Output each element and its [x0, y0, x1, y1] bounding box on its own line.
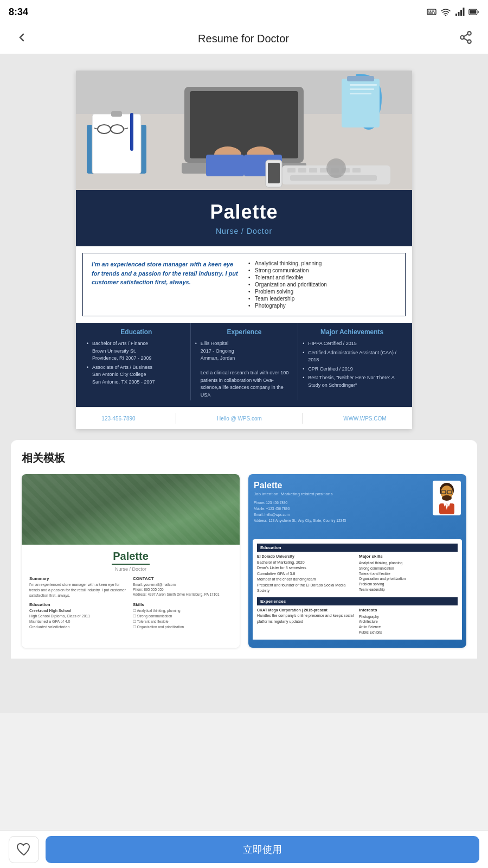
status-icons: [426, 7, 479, 17]
thumb1-edu-1: Maintained a GPA of 4.0: [29, 619, 129, 624]
skill-item: Problem solving: [248, 288, 396, 295]
svg-rect-51: [352, 168, 361, 173]
status-time: 8:34: [9, 7, 28, 18]
top-nav: Resume for Doctor: [0, 24, 488, 54]
share-button[interactable]: [454, 28, 477, 50]
thumb2-address: Address: 123 Anywhere St., Any City, Sta…: [254, 518, 428, 524]
thumb2-mobile: Mobile: +123 456 7890: [254, 506, 428, 512]
thumb1-skill-2: Tolerant and flexible: [137, 620, 169, 623]
thumb2-intent: Job intention: Marketing related positio…: [254, 492, 428, 496]
template-thumb-1[interactable]: Palette Nurse / Doctor Summary I'm an ex…: [22, 474, 240, 648]
svg-rect-1: [428, 11, 429, 12]
svg-rect-29: [130, 113, 133, 151]
skill-item: Team leadership: [248, 295, 396, 302]
svg-rect-8: [455, 14, 457, 16]
contact-phone: 123-456-7890: [101, 416, 135, 422]
signal-icon: [454, 7, 465, 17]
svg-rect-31: [190, 91, 298, 158]
svg-line-17: [464, 38, 467, 40]
thumb2-interest-3: Public Exhibits: [359, 630, 458, 635]
skill-item: Photography: [248, 302, 396, 309]
thumb2-edu-d4: President and founder of the El Dorado S…: [257, 583, 356, 594]
contact-divider-1: [176, 413, 176, 424]
svg-line-18: [464, 34, 467, 36]
experience-content: Ellis Hospital2017 - OngoingAmman, Jorda…: [191, 340, 298, 399]
thumb2-interest-1: Architecture: [359, 619, 458, 624]
svg-point-56: [328, 160, 344, 176]
thumb1-skills-label: Skills: [133, 602, 232, 607]
svg-rect-40: [347, 76, 374, 81]
thumb2-phone: Phone: 123 456 7890: [254, 500, 428, 506]
template-thumb-2[interactable]: Palette Job intention: Marketing related…: [248, 474, 466, 648]
thumb1-contact-label: CONTACT: [133, 576, 232, 581]
thumb1-contact-1: Phom: 895 555 555: [133, 587, 232, 592]
svg-rect-35: [206, 155, 244, 176]
page-title: Resume for Doctor: [198, 33, 289, 45]
achievement-item: Best Thesis, "Neither Here Nor There: A …: [303, 374, 401, 389]
thumb2-avatar: [434, 482, 460, 514]
resume-header-image: [76, 71, 412, 190]
thumb2-interest-0: Photography: [359, 614, 458, 620]
resume-card: Palette Nurse / Doctor I'm an experience…: [76, 71, 412, 429]
thumb2-interests-header: Interests: [359, 608, 458, 612]
thumb2-skill-4: Problem solving: [359, 582, 458, 587]
thumb2-skill-2: Tolerant and flexible: [359, 571, 458, 577]
thumb2-company: CKAT Mega Corporation | 2015-present: [257, 608, 356, 614]
experience-header: Experience: [191, 323, 298, 336]
thumb2-skill-3: Organization and prioritization: [359, 576, 458, 582]
thumb1-summary-label: Summary: [29, 576, 129, 581]
thumb2-skill-1: Strong communication: [359, 566, 458, 571]
svg-rect-22: [92, 114, 141, 174]
thumb2-exp-detail: Handles the company's online presence an…: [257, 613, 356, 624]
heart-icon: [16, 843, 31, 857]
education-header: Education: [82, 323, 190, 336]
desk-scene-svg: [76, 71, 412, 190]
skill-item: Strong communication: [248, 267, 396, 274]
use-button[interactable]: 立即使用: [46, 836, 479, 863]
thumb2-edu-header: Education: [257, 544, 458, 552]
svg-rect-23: [111, 111, 122, 117]
thumb1-skill-3: Organization and prioritization: [137, 625, 184, 629]
svg-rect-13: [470, 10, 477, 14]
svg-rect-39: [342, 79, 380, 127]
thumb2-skills-header: Major skills: [359, 554, 458, 559]
resume-title-section: Palette Nurse / Doctor: [76, 190, 412, 246]
thumb1-role: Nurse / Doctor: [29, 566, 232, 572]
thumb1-contact-0: Email: youremail@mailcom: [133, 582, 232, 587]
education-content: Bachelor of Arts / FinanceBrown Universi…: [82, 340, 190, 386]
contact-footer: 123-456-7890 Hello @ WPS.com WWW.WPS.COM: [76, 407, 412, 429]
thumb2-email: Email: hello@wps.com: [254, 512, 428, 518]
thumb1-skill-0: Analytical thinking, planning: [137, 609, 180, 612]
svg-rect-46: [298, 168, 306, 173]
favorite-button[interactable]: [9, 836, 39, 863]
svg-rect-45: [287, 168, 296, 173]
skill-item: Tolerant and flexible: [248, 274, 396, 281]
related-section: 相关模板 Palette Nurse / Doctor: [11, 440, 477, 659]
thumb2-skill-0: Analytical thinking, planning: [359, 560, 458, 566]
svg-rect-5: [428, 12, 433, 14]
thumb2-edu-d3: Member of the cheer dancing team: [257, 577, 356, 583]
related-grid: Palette Nurse / Doctor Summary I'm an ex…: [22, 474, 466, 648]
thumb1-school: Creekroad High School: [29, 608, 129, 614]
education-column: Education Bachelor of Arts / FinanceBrow…: [82, 323, 190, 400]
content-area: Palette Nurse / Doctor I'm an experience…: [0, 54, 488, 713]
skill-item: Organization and prioritization: [248, 281, 396, 288]
thumb1-name: Palette: [29, 550, 232, 563]
contact-email: Hello @ WPS.com: [217, 416, 262, 422]
svg-rect-47: [309, 168, 317, 173]
svg-rect-0: [427, 9, 436, 15]
back-button[interactable]: [11, 29, 33, 49]
svg-rect-9: [458, 12, 460, 16]
related-title: 相关模板: [22, 451, 466, 465]
edu-item: Associate of Arts / BusinessSan Antonio …: [87, 364, 186, 386]
thumb2-uni: El Dorado University: [257, 554, 356, 560]
bottom-bar: 立即使用: [0, 830, 488, 868]
three-column-section: Education Bachelor of Arts / FinanceBrow…: [76, 323, 412, 407]
thumb1-skill-1: Strong communication: [137, 614, 172, 618]
summary-section: I'm an experienced store manager with a …: [82, 253, 406, 316]
achievement-item: CPR Certified / 2019: [303, 366, 401, 373]
thumb2-skill-5: Team leadership: [359, 587, 458, 592]
achievement-item: Certified Administrative Assistant (CAA)…: [303, 349, 401, 364]
thumb1-edu-label: Education: [29, 602, 129, 607]
svg-rect-6: [434, 12, 435, 14]
